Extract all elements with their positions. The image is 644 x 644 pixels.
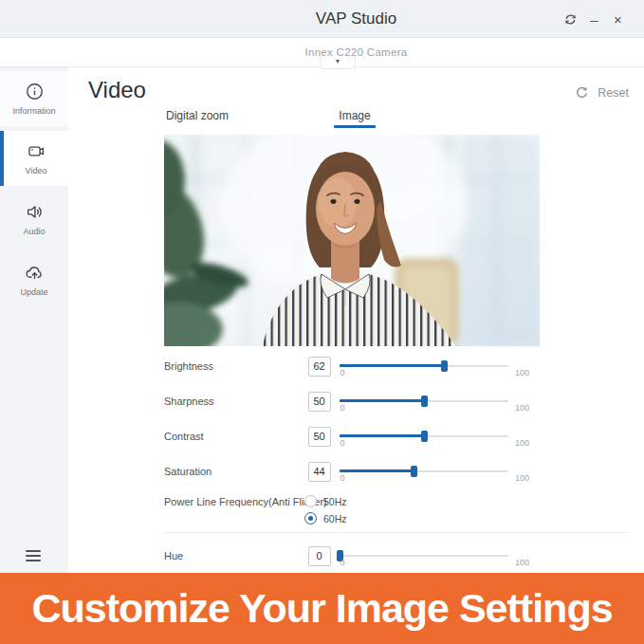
slider-max-label: 100: [515, 391, 529, 413]
radio-button-icon[interactable]: [304, 495, 317, 507]
video-camera-icon: [27, 141, 46, 161]
cloud-upload-icon: [25, 263, 45, 283]
title-bar: VAP Studio – ×: [0, 0, 644, 38]
radio-label: 60Hz: [323, 513, 347, 524]
camera-dropdown-caret-icon[interactable]: ▼: [320, 56, 356, 69]
hue-slider[interactable]: 0: [340, 545, 508, 566]
slider-label: Contrast: [164, 426, 308, 447]
radio-60hz[interactable]: 60Hz: [304, 512, 347, 524]
radio-button-icon[interactable]: [304, 512, 317, 524]
slider-row-sharpness: Sharpness 50 0 100: [164, 391, 529, 412]
slider-min-label: 0: [340, 368, 345, 377]
info-icon: [25, 82, 45, 101]
slider-thumb[interactable]: [411, 466, 417, 477]
slider-max-label: 100: [515, 356, 529, 377]
sharpness-slider[interactable]: 0: [340, 391, 508, 412]
sidebar-item-label: Audio: [23, 227, 45, 236]
slider-row-contrast: Contrast 50 0 100: [164, 426, 529, 447]
tab-image[interactable]: Image: [309, 103, 400, 128]
slider-thumb[interactable]: [421, 396, 428, 407]
slider-min-label: 0: [340, 473, 345, 483]
minimize-button[interactable]: –: [582, 6, 606, 32]
radio-label: 50Hz: [323, 496, 347, 507]
slider-label: Saturation: [164, 461, 308, 482]
slider-fill: [340, 469, 414, 472]
webcam-preview-image: [164, 135, 540, 346]
sidebar-item-video[interactable]: Video: [0, 131, 68, 186]
slider-label: Brightness: [164, 356, 308, 377]
contrast-value-input[interactable]: 50: [308, 427, 331, 447]
saturation-slider[interactable]: 0: [340, 461, 508, 482]
power-line-frequency-label: Power Line Frequency(Anti Flicker): [164, 494, 327, 509]
slider-thumb[interactable]: [441, 360, 448, 372]
slider-thumb[interactable]: [421, 431, 428, 442]
slider-min-label: 0: [340, 558, 345, 567]
slider-max-label: 100: [515, 426, 529, 448]
page-title: Video: [88, 77, 146, 103]
main-content: Video Reset Digital zoom Image: [68, 67, 644, 573]
tab-digital-zoom[interactable]: Digital zoom: [152, 103, 243, 128]
vap-studio-window: VAP Studio – × Innex C220 Camera ▼: [0, 0, 644, 644]
refresh-icon[interactable]: [559, 6, 582, 32]
sidebar-item-update[interactable]: Update: [0, 252, 68, 307]
menu-icon[interactable]: [26, 550, 41, 564]
sidebar-item-label: Information: [12, 106, 55, 116]
slider-row-saturation: Saturation 44 0 100: [164, 461, 529, 482]
close-button[interactable]: ×: [606, 6, 630, 32]
sidebar-item-label: Update: [20, 287, 47, 297]
sidebar-item-audio[interactable]: Audio: [0, 192, 68, 247]
slider-row-hue: Hue 0 0 100: [164, 545, 529, 566]
reset-label: Reset: [598, 86, 629, 100]
slider-max-label: 100: [515, 461, 529, 483]
slider-row-brightness: Brightness 62 0 100: [164, 356, 529, 377]
promo-banner: Customize Your Image Settings: [0, 573, 644, 644]
slider-min-label: 0: [340, 438, 345, 448]
reset-button[interactable]: Reset: [575, 85, 629, 100]
hue-value-input[interactable]: 0: [308, 546, 331, 566]
slider-min-label: 0: [340, 403, 345, 413]
slider-fill: [340, 399, 424, 402]
brightness-slider[interactable]: 0: [340, 356, 508, 377]
radio-50hz[interactable]: 50Hz: [304, 495, 347, 507]
window-controls: – ×: [559, 0, 630, 38]
contrast-slider[interactable]: 0: [340, 426, 508, 447]
camera-name: Innex C220 Camera: [68, 38, 644, 66]
banner-text: Customize Your Image Settings: [31, 585, 612, 632]
webcam-preview: [164, 135, 540, 346]
app-title: VAP Studio: [68, 0, 644, 38]
slider-fill: [340, 364, 445, 367]
speaker-icon: [25, 202, 45, 222]
slider-max-label: 100: [515, 545, 529, 567]
slider-label: Sharpness: [164, 391, 308, 412]
sharpness-value-input[interactable]: 50: [308, 392, 331, 412]
slider-track[interactable]: [340, 555, 508, 557]
reset-icon: [575, 85, 589, 100]
slider-label: Hue: [164, 545, 308, 566]
sidebar: Information Video Audio Updat: [0, 67, 68, 573]
section-divider: [164, 532, 629, 533]
brightness-value-input[interactable]: 62: [308, 357, 331, 377]
saturation-value-input[interactable]: 44: [308, 462, 331, 482]
slider-fill: [340, 434, 424, 437]
sidebar-item-information[interactable]: Information: [0, 71, 68, 126]
sidebar-item-label: Video: [26, 166, 47, 175]
